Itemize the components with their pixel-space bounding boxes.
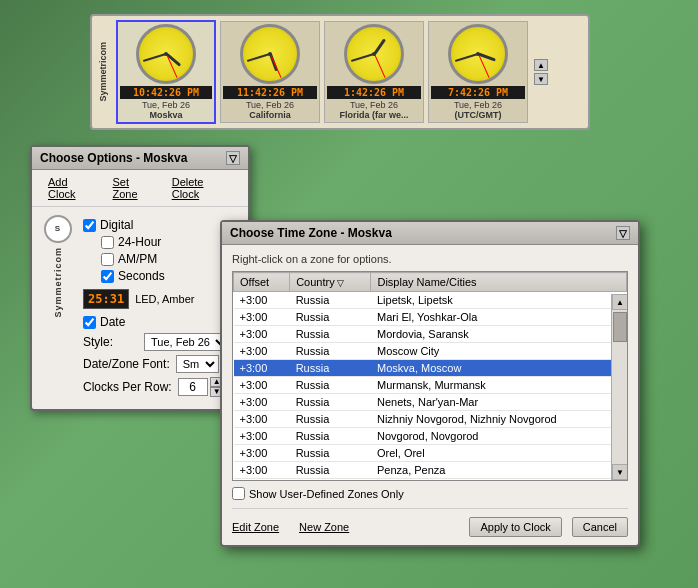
24hour-label: 24-Hour [118, 235, 161, 249]
seconds-checkbox[interactable] [101, 270, 114, 283]
cell-displayname: Nizhniy Novgorod, Nizhniy Novgorod [371, 411, 627, 428]
cell-displayname: Murmansk, Murmansk [371, 377, 627, 394]
options-form: Digital 24-Hour AM/PM Seconds 25:31 LED,… [83, 215, 240, 401]
cell-offset: +3:00 [234, 326, 290, 343]
cell-offset: +3:00 [234, 309, 290, 326]
table-row[interactable]: +3:00RussiaOrel, Orel [234, 445, 627, 462]
clock-item-2[interactable]: 11:42:26 PM Tue, Feb 26 California [220, 21, 320, 123]
clock-zone-2: California [249, 110, 291, 120]
clock-date-1: Tue, Feb 26 [142, 100, 190, 110]
menu-delete-clock[interactable]: Delete Clock [164, 174, 240, 202]
user-zones-checkbox[interactable] [232, 487, 245, 500]
clock-zone-4: (UTC/GMT) [455, 110, 502, 120]
ampm-checkbox[interactable] [101, 253, 114, 266]
cell-country: Russia [290, 326, 371, 343]
timezone-table-container: Offset Country Display Name/Cities +3:00… [232, 271, 628, 481]
menu-set-zone[interactable]: Set Zone [105, 174, 164, 202]
cell-country: Russia [290, 462, 371, 479]
scrollbar-down-btn[interactable]: ▼ [612, 464, 628, 480]
col-country[interactable]: Country [290, 273, 371, 292]
table-row[interactable]: +3:00RussiaNovgorod, Novgorod [234, 428, 627, 445]
clocks-per-row-form-row: Clocks Per Row: ▲ ▼ [83, 377, 240, 397]
user-zones-label: Show User-Defined Zones Only [249, 488, 404, 500]
cancel-button[interactable]: Cancel [572, 517, 628, 537]
table-row[interactable]: +3:00RussiaPenza, Penza [234, 462, 627, 479]
options-logo-text: Symmetricom [53, 247, 63, 318]
timezone-left-buttons: Edit Zone New Zone [232, 521, 349, 533]
table-row[interactable]: +3:00RussiaMordovia, Saransk [234, 326, 627, 343]
cell-country: Russia [290, 360, 371, 377]
hour-hand-1 [165, 53, 181, 67]
clock-item-3[interactable]: 1:42:26 PM Tue, Feb 26 Florida (far we..… [324, 21, 424, 123]
new-zone-button[interactable]: New Zone [299, 521, 349, 533]
options-logo-icon: S [44, 215, 72, 243]
cell-offset: +3:00 [234, 462, 290, 479]
options-menu: Add Clock Set Zone Delete Clock [32, 170, 248, 207]
scrollbar-thumb[interactable] [613, 312, 627, 342]
date-zone-font-select[interactable]: Sm [176, 355, 219, 373]
cell-country: Russia [290, 411, 371, 428]
second-hand-2 [270, 54, 281, 78]
date-label: Date [100, 315, 125, 329]
col-displayname[interactable]: Display Name/Cities [371, 273, 627, 292]
options-title-bar: Choose Options - Moskva ▽ [32, 147, 248, 170]
clock-face-3 [344, 24, 404, 84]
ampm-label: AM/PM [118, 252, 157, 266]
table-row[interactable]: +3:00RussiaLipetsk, Lipetsk [234, 292, 627, 309]
menu-add-clock[interactable]: Add Clock [40, 174, 105, 202]
clock-bar-logo: Symmetricom [98, 42, 108, 102]
table-row[interactable]: +3:00RussiaMoscow City [234, 343, 627, 360]
clock-bar: Symmetricom 10:42:26 PM Tue, Feb 26 Mosk… [90, 14, 590, 130]
clock-zone-3: Florida (far we... [339, 110, 408, 120]
timezone-close-button[interactable]: ▽ [616, 226, 630, 240]
cell-displayname: Lipetsk, Lipetsk [371, 292, 627, 309]
cell-offset: +3:00 [234, 292, 290, 309]
clock-date-2: Tue, Feb 26 [246, 100, 294, 110]
24hour-checkbox[interactable] [101, 236, 114, 249]
date-checkbox[interactable] [83, 316, 96, 329]
clock-bar-down-arrow[interactable]: ▼ [534, 73, 548, 85]
table-row[interactable]: +3:00RussiaMari El, Yoshkar-Ola [234, 309, 627, 326]
minute-hand-1 [143, 53, 167, 62]
col-offset[interactable]: Offset [234, 273, 290, 292]
table-row[interactable]: +3:00RussiaMurmansk, Murmansk [234, 377, 627, 394]
cell-offset: +3:00 [234, 428, 290, 445]
apply-to-clock-button[interactable]: Apply to Clock [469, 517, 561, 537]
clocks-per-row-input[interactable] [178, 378, 208, 396]
cell-country: Russia [290, 377, 371, 394]
options-title: Choose Options - Moskva [40, 151, 187, 165]
timezone-right-buttons: Apply to Clock Cancel [469, 517, 628, 537]
hour-hand-3 [373, 38, 386, 54]
clock-bar-up-arrow[interactable]: ▲ [534, 59, 548, 71]
clock-date-3: Tue, Feb 26 [350, 100, 398, 110]
style-select[interactable]: Tue, Feb 26 [144, 333, 229, 351]
led-preview: 25:31 [83, 289, 129, 309]
cell-displayname: Orel, Orel [371, 445, 627, 462]
options-close-button[interactable]: ▽ [226, 151, 240, 165]
cell-offset: +3:00 [234, 445, 290, 462]
clock-bar-arrows: ▲ ▼ [534, 59, 548, 85]
timezone-buttons: Edit Zone New Zone Apply to Clock Cancel [232, 508, 628, 537]
timezone-table: Offset Country Display Name/Cities +3:00… [233, 272, 627, 479]
table-row[interactable]: +3:00RussiaNenets, Nar'yan-Mar [234, 394, 627, 411]
date-zone-font-label: Date/Zone Font: [83, 357, 170, 371]
edit-zone-button[interactable]: Edit Zone [232, 521, 279, 533]
clock-item-1[interactable]: 10:42:26 PM Tue, Feb 26 Moskva [116, 20, 216, 124]
date-zone-font-row: Date/Zone Font: Sm [83, 355, 240, 373]
table-row[interactable]: +3:00RussiaMoskva, Moscow [234, 360, 627, 377]
digital-checkbox-row: Digital [83, 218, 240, 232]
cell-displayname: Moskva, Moscow [371, 360, 627, 377]
cell-displayname: Penza, Penza [371, 462, 627, 479]
second-hand-3 [374, 54, 385, 78]
scrollbar-up-btn[interactable]: ▲ [612, 294, 628, 310]
cell-offset: +3:00 [234, 411, 290, 428]
timezone-scrollbar[interactable]: ▲ ▼ [611, 294, 627, 480]
clock-zone-1: Moskva [149, 110, 182, 120]
date-checkbox-row: Date [83, 315, 240, 329]
clock-item-4[interactable]: 7:42:26 PM Tue, Feb 26 (UTC/GMT) [428, 21, 528, 123]
cell-offset: +3:00 [234, 377, 290, 394]
digital-checkbox[interactable] [83, 219, 96, 232]
table-row[interactable]: +3:00RussiaNizhniy Novgorod, Nizhniy Nov… [234, 411, 627, 428]
led-box: 25:31 LED, Amber [83, 289, 240, 309]
timezone-instruction: Right-click on a zone for options. [232, 253, 628, 265]
